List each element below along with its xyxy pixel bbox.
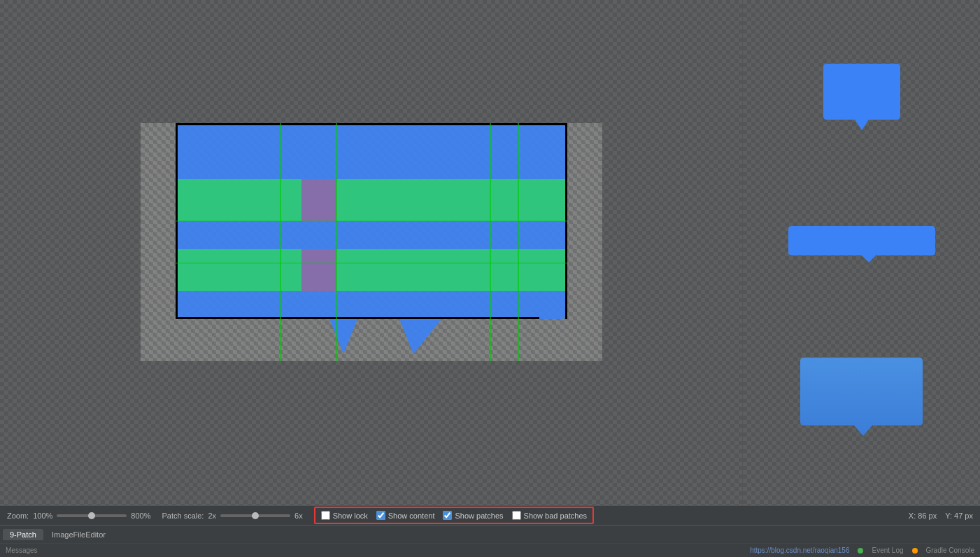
patch-scale-label: Patch scale: (162, 512, 204, 520)
status-right: https://blog.csdn.net/raoqian156 Event L… (750, 547, 974, 554)
show-content-checkbox[interactable] (376, 511, 385, 520)
show-lock-group[interactable]: Show lock (321, 511, 368, 520)
zoom-label: Zoom: (7, 512, 29, 520)
main-container: Zoom: 100% 800% Patch scale: 2x 6x Show … (0, 0, 980, 557)
tab-bar: 9-Patch ImageFileEditor (0, 525, 980, 543)
gradle-console-label[interactable]: Gradle Console (926, 547, 974, 554)
preview-bubble-large (797, 358, 926, 442)
svg-rect-10 (176, 317, 539, 319)
show-patches-label: Show patches (455, 512, 503, 520)
gradle-console-dot (912, 548, 918, 554)
show-content-label: Show content (388, 512, 435, 520)
patch-scale-slider[interactable] (220, 514, 290, 517)
event-log-label[interactable]: Event Log (872, 547, 903, 554)
svg-rect-5 (176, 179, 567, 221)
show-lock-label: Show lock (333, 512, 368, 520)
tab-9patch[interactable]: 9-Patch (3, 529, 43, 540)
preview-items (757, 14, 966, 491)
show-patches-group[interactable]: Show patches (443, 511, 503, 520)
preview-pane (742, 0, 980, 505)
zoom-value: 100% (33, 512, 52, 520)
editor-pane (0, 0, 742, 505)
status-bar: Messages https://blog.csdn.net/raoqian15… (0, 543, 980, 557)
show-lock-checkbox[interactable] (321, 511, 330, 520)
patch-scale-min: 2x (208, 512, 216, 520)
show-content-group[interactable]: Show content (376, 511, 435, 520)
svg-rect-9 (176, 123, 567, 125)
patch-scale-max: 6x (294, 512, 303, 520)
show-patches-checkbox[interactable] (443, 511, 452, 520)
controls-box: Show lock Show content Show patches Show… (314, 507, 594, 524)
zoom-max: 800% (131, 512, 150, 520)
zoom-slider[interactable] (57, 514, 127, 517)
zoom-section: Zoom: 100% 800% (7, 512, 150, 520)
zoom-slider-thumb (88, 512, 95, 519)
coordinates: X: 86 px Y: 47 px (909, 512, 973, 520)
patch-canvas (141, 123, 602, 361)
tab-imagefile-editor[interactable]: ImageFileEditor (45, 529, 113, 540)
svg-rect-8 (301, 249, 336, 291)
y-coord: Y: 47 px (945, 512, 973, 520)
tab-imagefile-editor-label: ImageFileEditor (52, 530, 106, 539)
content-area (0, 0, 980, 505)
preview-bubble-small (820, 64, 904, 134)
svg-rect-7 (301, 179, 336, 221)
show-bad-patches-label: Show bad patches (524, 512, 588, 520)
preview-bubble-medium (785, 226, 939, 265)
show-bad-patches-checkbox[interactable] (512, 511, 521, 520)
show-bad-patches-group[interactable]: Show bad patches (512, 511, 588, 520)
event-log-dot (858, 548, 863, 554)
patch-scale-section: Patch scale: 2x 6x (162, 512, 302, 520)
patch-scale-slider-thumb (252, 512, 259, 519)
tab-9patch-label: 9-Patch (10, 530, 36, 539)
x-coord: X: 86 px (909, 512, 937, 520)
csdn-link[interactable]: https://blog.csdn.net/raoqian156 (750, 547, 849, 554)
status-messages: Messages (6, 547, 38, 554)
svg-rect-6 (176, 249, 567, 291)
bottom-toolbar: Zoom: 100% 800% Patch scale: 2x 6x Show … (0, 505, 980, 525)
